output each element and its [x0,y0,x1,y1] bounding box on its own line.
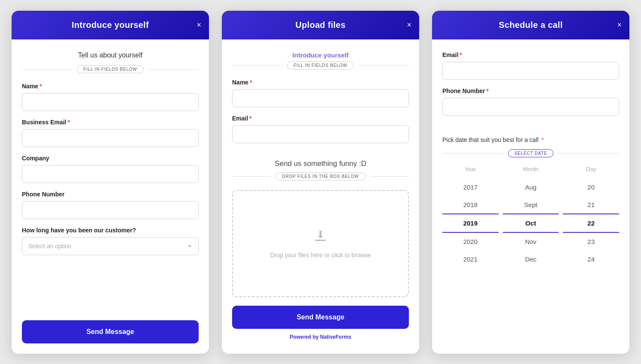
schedule-call-modal: Schedule a call × Email* Phone Number* P… [432,11,629,354]
modal2-title: Upload files [296,20,346,30]
drop-zone[interactable]: Drop your files here or click to browse [232,190,409,297]
day-column: Day 20 21 22 23 24 [563,166,619,268]
field-name-2-label: Name* [232,79,409,86]
modal1-divider: FILL IN FIELDS BELOW [22,65,199,73]
date-picker-section: Pick date that suit you best for a call … [442,136,619,343]
date-item[interactable]: 20 [563,178,619,196]
required-star-2: * [68,119,70,126]
field-customer-duration: How long have you been our customer? Sel… [22,227,199,255]
powered-by: Powered by NativeForms [232,329,409,343]
modal1-body: Tell us about yourself FILL IN FIELDS BE… [12,39,209,354]
phone-input-3[interactable] [442,98,619,116]
field-name-label: Name* [22,83,199,90]
field-company: Company [22,155,199,183]
field-email-2-label: Email* [232,115,409,122]
field-customer-duration-label: How long have you been our customer? [22,227,199,234]
field-name-2: Name* [232,79,409,107]
name-input[interactable] [22,93,199,111]
field-phone-3: Phone Number* [442,87,619,116]
required-star-5: * [460,51,462,58]
required-star-7: * [541,136,544,143]
field-email-3-label: Email* [442,51,619,58]
modal1-title: Introduce yourself [72,20,149,30]
modal2-header: Upload files × [222,11,419,39]
name-input-2[interactable] [232,89,409,107]
date-columns: Year 2017 2018 2019 2020 2021 Month Aug … [442,166,619,268]
date-item[interactable]: Aug [503,178,559,196]
required-star-4: * [249,115,251,122]
field-email-3: Email* [442,51,619,80]
field-phone: Phone Number [22,191,199,219]
field-business-email-label: Business Email* [22,119,199,126]
field-business-email: Business Email* [22,119,199,147]
month-header: Month [523,166,538,172]
date-item[interactable]: 2020 [442,233,499,250]
modal1-section-title: Tell us about yourself [22,51,199,59]
modal1-close-button[interactable]: × [197,21,201,29]
modal3-header: Schedule a call × [432,11,629,39]
year-items: 2017 2018 2019 2020 2021 [442,178,499,268]
year-column: Year 2017 2018 2019 2020 2021 [442,166,499,268]
date-item-selected[interactable]: 22 [563,214,619,233]
year-header: Year [465,166,476,172]
date-item[interactable]: Dec [503,250,559,268]
required-star: * [39,83,42,90]
modal1-header: Introduce yourself × [12,11,209,39]
modal2-divider: FILL IN FIELDS BELOW [232,61,409,69]
required-star-6: * [487,87,489,94]
modal2-upload-divider: DROP FILES IN THE BOX BELOW [232,172,409,180]
date-item[interactable]: 2017 [442,178,499,196]
modal2-close-button[interactable]: × [407,21,411,29]
select-date-badge[interactable]: SELECT DATE [508,149,553,157]
field-name: Name* [22,83,199,111]
month-items: Aug Sept Oct Nov Dec [503,178,559,268]
modal2-scroll-title: Introduce yourself [232,51,409,59]
day-items: 20 21 22 23 24 [563,178,619,268]
field-email-2: Email* [232,115,409,143]
business-email-input[interactable] [22,129,199,147]
date-item[interactable]: 23 [563,233,619,250]
field-company-label: Company [22,155,199,162]
modal3-close-button[interactable]: × [617,21,622,29]
date-item[interactable]: 21 [563,196,619,214]
field-phone-label: Phone Number [22,191,199,198]
date-item[interactable]: 2021 [442,250,499,268]
phone-input[interactable] [22,201,199,219]
upload-section-title: Send us something funny :D [232,159,409,168]
date-item-selected[interactable]: Oct [503,214,559,233]
modal1-send-button[interactable]: Send Message [22,320,199,343]
field-phone-3-label: Phone Number* [442,87,619,94]
modal2-upload-divider-badge: DROP FILES IN THE BOX BELOW [275,172,365,180]
date-item[interactable]: Sept [503,196,559,214]
modal3-title: Schedule a call [499,20,562,30]
modal2-divider-badge: FILL IN FIELDS BELOW [287,61,354,69]
drop-text: Drop your files here or click to browse [270,252,371,259]
modal2-send-button[interactable]: Send Message [232,306,409,329]
select-date-divider: SELECT DATE [442,149,619,157]
email-input-2[interactable] [232,125,409,143]
required-star-3: * [250,79,252,86]
date-item-selected[interactable]: 2019 [442,214,499,233]
date-item[interactable]: 24 [563,250,619,268]
month-column: Month Aug Sept Oct Nov Dec [503,166,559,268]
modal1-divider-badge: FILL IN FIELDS BELOW [77,65,143,73]
upload-files-modal: Upload files × Introduce yourself FILL I… [222,11,419,354]
modal3-body: Email* Phone Number* Pick date that suit… [432,39,629,354]
modal2-body: Introduce yourself FILL IN FIELDS BELOW … [222,39,419,354]
introduce-yourself-modal: Introduce yourself × Tell us about yours… [12,11,209,354]
customer-duration-select[interactable]: Select an option Less than 1 year 1–3 ye… [22,237,199,255]
download-icon [313,228,328,247]
date-item[interactable]: Nov [503,233,559,250]
email-input-3[interactable] [442,62,619,80]
day-header: Day [586,166,596,172]
company-input[interactable] [22,165,199,183]
date-pick-label: Pick date that suit you best for a call … [442,136,619,143]
date-item[interactable]: 2018 [442,196,499,214]
